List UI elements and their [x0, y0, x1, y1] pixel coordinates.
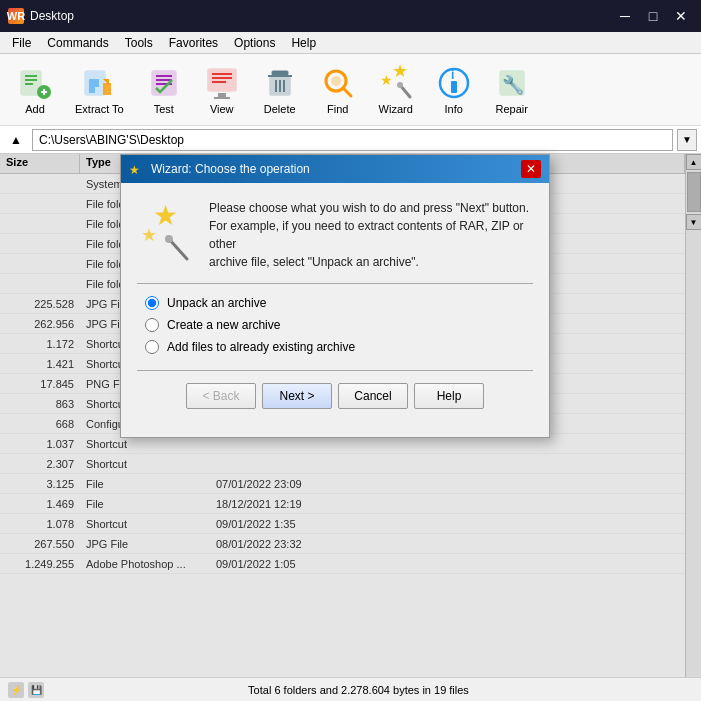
dialog-description: Please choose what you wish to do and pr…	[209, 199, 533, 271]
wizard-stars-icon: ★ ★	[137, 199, 197, 271]
maximize-button[interactable]: □	[641, 6, 665, 26]
svg-text:★: ★	[141, 225, 157, 245]
extract-icon	[81, 65, 117, 101]
status-icon-2: 💾	[28, 682, 44, 698]
info-label: Info	[445, 103, 463, 115]
info-icon: i	[436, 65, 472, 101]
next-button[interactable]: Next >	[262, 383, 332, 409]
dialog-buttons: < Back Next > Cancel Help	[137, 379, 533, 421]
svg-rect-3	[25, 83, 33, 85]
status-icon-1: ⚡	[8, 682, 24, 698]
view-icon	[204, 65, 240, 101]
svg-point-33	[397, 82, 403, 88]
svg-rect-24	[275, 80, 277, 92]
address-dropdown[interactable]: ▼	[677, 129, 697, 151]
svg-line-29	[343, 88, 351, 96]
cancel-button[interactable]: Cancel	[338, 383, 408, 409]
dialog-title-icon: ★	[129, 161, 145, 177]
menu-help[interactable]: Help	[283, 34, 324, 52]
svg-rect-26	[283, 80, 285, 92]
svg-point-28	[331, 76, 341, 86]
svg-text:i: i	[451, 68, 454, 82]
svg-rect-18	[212, 81, 226, 83]
close-button[interactable]: ✕	[669, 6, 693, 26]
toolbar-add[interactable]: Add	[8, 60, 62, 120]
svg-text:🔧: 🔧	[502, 74, 525, 96]
menu-commands[interactable]: Commands	[39, 34, 116, 52]
wizard-label: Wizard	[379, 103, 413, 115]
svg-rect-25	[279, 80, 281, 92]
menu-options[interactable]: Options	[226, 34, 283, 52]
option-addfiles[interactable]: Add files to already existing archive	[145, 340, 525, 354]
dialog-overlay: ★ Wizard: Choose the operation ✕ ★	[0, 154, 701, 677]
toolbar-find[interactable]: Find	[311, 60, 365, 120]
dialog-title-text: Wizard: Choose the operation	[151, 162, 310, 176]
svg-rect-36	[451, 81, 457, 93]
toolbar-test[interactable]: Test	[137, 60, 191, 120]
option-create[interactable]: Create a new archive	[145, 318, 525, 332]
view-label: View	[210, 103, 234, 115]
menu-tools[interactable]: Tools	[117, 34, 161, 52]
add-label: Add	[25, 103, 45, 115]
option-unpack[interactable]: Unpack an archive	[145, 296, 525, 310]
svg-line-42	[169, 239, 187, 259]
svg-rect-17	[212, 77, 232, 79]
minimize-button[interactable]: ─	[613, 6, 637, 26]
repair-icon: 🔧	[494, 65, 530, 101]
toolbar-view[interactable]: View	[195, 60, 249, 120]
status-text: Total 6 folders and 2.278.604 bytes in 1…	[248, 684, 469, 696]
option-addfiles-label: Add files to already existing archive	[167, 340, 355, 354]
dialog-desc-line3: archive file, select "Unpack an archive"…	[209, 255, 419, 269]
toolbar-wizard[interactable]: ★ ★ Wizard	[369, 60, 423, 120]
delete-icon	[262, 65, 298, 101]
dialog-title-bar: ★ Wizard: Choose the operation ✕	[121, 155, 549, 183]
radio-addfiles[interactable]	[145, 340, 159, 354]
toolbar-repair[interactable]: 🔧 Repair	[485, 60, 539, 120]
address-input[interactable]	[32, 129, 673, 151]
svg-text:★: ★	[392, 65, 408, 81]
menu-file[interactable]: File	[4, 34, 39, 52]
toolbar-delete[interactable]: Delete	[253, 60, 307, 120]
menu-bar: File Commands Tools Favorites Options He…	[0, 32, 701, 54]
extract-label: Extract To	[75, 103, 124, 115]
dialog-body: ★ ★ Please choose what you wish to do an…	[121, 183, 549, 437]
dialog-desc-line1: Please choose what you wish to do and pr…	[209, 201, 529, 215]
status-bar: ⚡ 💾 Total 6 folders and 2.278.604 bytes …	[0, 677, 701, 701]
back-button[interactable]: < Back	[186, 383, 256, 409]
svg-text:★: ★	[129, 163, 140, 177]
svg-rect-16	[212, 73, 232, 75]
repair-label: Repair	[496, 103, 528, 115]
address-bar: ▲ ▼	[0, 126, 701, 154]
dialog-desc-line2: For example, if you need to extract cont…	[209, 219, 524, 251]
radio-create[interactable]	[145, 318, 159, 332]
status-icons: ⚡ 💾	[8, 682, 44, 698]
menu-favorites[interactable]: Favorites	[161, 34, 226, 52]
toolbar: Add Extract To Test	[0, 54, 701, 126]
svg-rect-15	[208, 69, 236, 91]
test-icon	[146, 65, 182, 101]
option-create-label: Create a new archive	[167, 318, 280, 332]
svg-rect-12	[156, 75, 172, 77]
svg-rect-2	[25, 79, 37, 81]
dialog-divider-top	[137, 283, 533, 284]
toolbar-extract[interactable]: Extract To	[66, 60, 133, 120]
svg-rect-19	[218, 93, 226, 97]
svg-point-43	[165, 235, 173, 243]
find-label: Find	[327, 103, 348, 115]
dialog-top: ★ ★ Please choose what you wish to do an…	[137, 199, 533, 271]
radio-unpack[interactable]	[145, 296, 159, 310]
nav-up-button[interactable]: ▲	[4, 129, 28, 151]
find-icon	[320, 65, 356, 101]
wizard-icon: ★ ★	[378, 65, 414, 101]
toolbar-info[interactable]: i Info	[427, 60, 481, 120]
dialog-divider-bottom	[137, 370, 533, 371]
dialog-close-button[interactable]: ✕	[521, 160, 541, 178]
test-label: Test	[154, 103, 174, 115]
title-bar: WR Desktop ─ □ ✕	[0, 0, 701, 32]
svg-rect-6	[43, 89, 45, 95]
dialog-options: Unpack an archive Create a new archive A…	[137, 296, 533, 354]
add-icon	[17, 65, 53, 101]
svg-rect-21	[272, 71, 288, 75]
option-unpack-label: Unpack an archive	[167, 296, 266, 310]
help-button[interactable]: Help	[414, 383, 484, 409]
